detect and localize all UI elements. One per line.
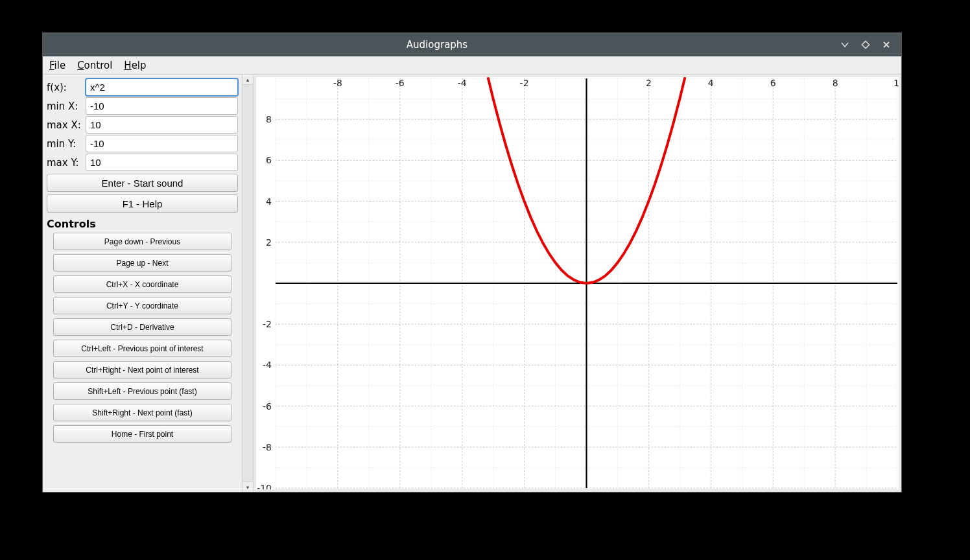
sidebar-scrollbar[interactable]: ▴ ▾ [242, 75, 253, 492]
control-button-1[interactable]: Page up - Next [53, 254, 231, 272]
controls-heading: Controls [47, 218, 238, 230]
sidebar: f(x): min X: max X: min Y: max Y: [43, 75, 254, 492]
svg-text:-10: -10 [257, 483, 272, 489]
control-button-0[interactable]: Page down - Previous [53, 233, 231, 250]
window-title: Audiographs [43, 39, 831, 51]
svg-rect-0 [862, 41, 869, 48]
control-button-8[interactable]: Shift+Right - Next point (fast) [53, 404, 231, 421]
svg-text:-8: -8 [333, 78, 342, 88]
max-x-input[interactable] [86, 116, 238, 134]
minimize-icon[interactable] [840, 40, 851, 49]
enter-start-sound-button[interactable]: Enter - Start sound [47, 174, 238, 192]
svg-text:2: 2 [266, 237, 272, 248]
body: f(x): min X: max X: min Y: max Y: [43, 75, 901, 492]
svg-text:2: 2 [646, 78, 652, 88]
control-button-9[interactable]: Home - First point [53, 425, 231, 443]
titlebar: Audiographs [43, 33, 901, 56]
svg-text:-2: -2 [520, 78, 529, 88]
svg-text:8: 8 [833, 78, 838, 88]
close-icon[interactable] [882, 40, 892, 49]
svg-text:-8: -8 [263, 442, 272, 452]
svg-text:4: 4 [266, 196, 272, 207]
controls-list: Page down - PreviousPage up - NextCtrl+X… [47, 233, 238, 443]
f1-help-button[interactable]: F1 - Help [47, 194, 238, 213]
control-button-4[interactable]: Ctrl+D - Derivative [53, 318, 231, 336]
svg-text:8: 8 [266, 114, 272, 124]
scroll-down-icon[interactable]: ▾ [242, 482, 253, 492]
menubar: File Control Help [43, 56, 901, 75]
chart-svg: -8-6-4-224681-10-8-6-4-22468 [256, 77, 899, 489]
min-y-label: min Y: [47, 138, 86, 150]
max-y-input[interactable] [86, 154, 238, 171]
window-buttons [831, 40, 901, 49]
max-y-label: max Y: [47, 157, 86, 169]
control-button-3[interactable]: Ctrl+Y - Y coordinate [53, 297, 231, 314]
fx-label: f(x): [47, 82, 86, 93]
fx-input[interactable] [86, 78, 238, 96]
svg-text:-6: -6 [263, 401, 272, 412]
svg-text:4: 4 [708, 78, 714, 88]
svg-text:1: 1 [893, 78, 899, 88]
min-x-label: min X: [47, 100, 86, 112]
min-x-input[interactable] [86, 97, 238, 115]
control-button-6[interactable]: Ctrl+Right - Next point of interest [53, 361, 231, 379]
svg-text:-2: -2 [263, 319, 272, 329]
svg-text:6: 6 [266, 155, 272, 165]
control-button-7[interactable]: Shift+Left - Previous point (fast) [53, 382, 231, 400]
control-button-5[interactable]: Ctrl+Left - Previous point of interest [53, 340, 231, 357]
maximize-icon[interactable] [861, 40, 871, 49]
menu-file[interactable]: File [47, 58, 68, 73]
svg-text:-4: -4 [263, 360, 272, 370]
min-y-input[interactable] [86, 135, 238, 152]
scroll-up-icon[interactable]: ▴ [242, 75, 253, 85]
menu-control[interactable]: Control [75, 58, 115, 73]
svg-text:-4: -4 [458, 78, 467, 88]
menu-help[interactable]: Help [121, 58, 148, 73]
control-button-2[interactable]: Ctrl+X - X coordinate [53, 275, 231, 293]
chart-area: -8-6-4-224681-10-8-6-4-22468 [256, 77, 899, 489]
svg-text:-6: -6 [396, 78, 405, 88]
app-window: Audiographs File Control Help f(x): [42, 32, 902, 493]
svg-text:6: 6 [770, 78, 776, 88]
max-x-label: max X: [47, 119, 86, 131]
